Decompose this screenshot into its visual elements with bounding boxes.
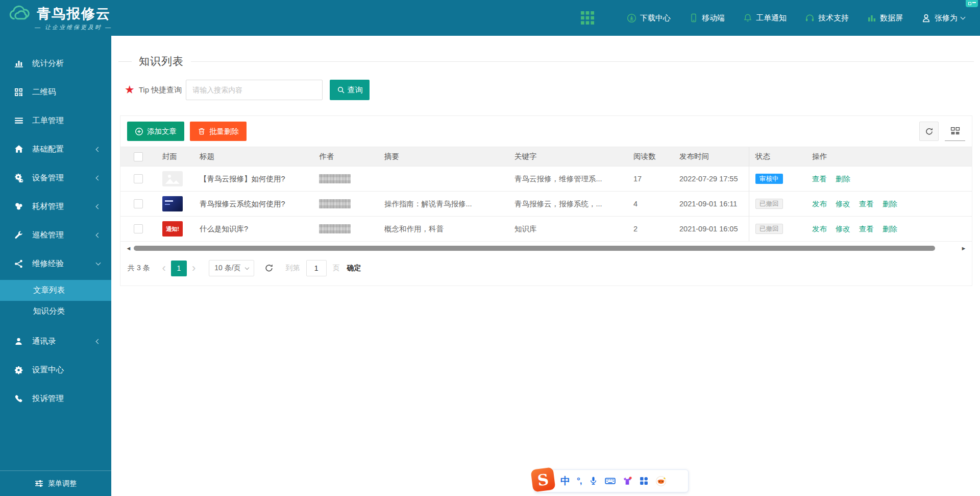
chevron-left-icon	[96, 339, 101, 344]
share-icon	[14, 259, 24, 268]
sidebar-item-label: 耗材管理	[32, 201, 64, 212]
row-checkbox[interactable]	[134, 224, 143, 233]
sidebar-item-contacts[interactable]: 通讯录	[0, 327, 111, 356]
title-divider	[191, 61, 974, 62]
goto-page-input[interactable]	[306, 260, 327, 276]
apps-grid-icon[interactable]	[581, 11, 594, 25]
view-link[interactable]: 查看	[859, 224, 874, 234]
user-menu[interactable]: 张修为	[921, 13, 965, 23]
user-icon	[921, 13, 931, 23]
sidebar-item-work-orders[interactable]: 工单管理	[0, 106, 111, 135]
nav-item-download-center[interactable]: 下载中心	[627, 13, 671, 23]
download-icon	[627, 13, 636, 23]
ime-punctuation-icon[interactable]: °,	[577, 476, 582, 486]
row-checkbox[interactable]	[134, 199, 143, 208]
star-icon: ★	[125, 84, 135, 96]
table-row: 【青鸟云报修】如何使用? 青鸟云报修，维修管理系... 17 2022-07-2…	[120, 167, 972, 192]
sidebar-item-repair-experience[interactable]: 维修经验	[0, 249, 111, 278]
status-badge: 审核中	[755, 174, 783, 184]
sidebar-item-settings-center[interactable]: 设置中心	[0, 356, 111, 384]
edit-link[interactable]: 修改	[836, 199, 850, 209]
scroll-left-arrow[interactable]: ◄	[125, 245, 133, 251]
nav-item-data-screen[interactable]: 数据屏	[867, 13, 903, 23]
emoji-fox-icon[interactable]	[655, 476, 667, 487]
sidebar-item-label: 二维码	[32, 87, 56, 98]
search-icon	[337, 86, 345, 94]
cloud-logo-icon	[8, 5, 32, 23]
ime-language-mode[interactable]: 中	[560, 475, 570, 488]
keyboard-icon[interactable]	[605, 476, 616, 486]
nav-item-mobile[interactable]: 移动端	[689, 13, 725, 23]
sidebar-menu-adjust[interactable]: 菜单调整	[0, 470, 111, 496]
row-keywords: 知识库	[508, 217, 627, 241]
scroll-right-arrow[interactable]: ►	[960, 245, 968, 251]
toolbox-grid-icon[interactable]	[639, 476, 649, 486]
row-checkbox[interactable]	[134, 174, 143, 183]
search-input[interactable]	[186, 80, 323, 100]
table-panel: 添加文章 批量删除	[120, 115, 972, 286]
sidebar-subitem-label: 文章列表	[33, 285, 65, 296]
skin-icon[interactable]	[622, 476, 632, 486]
user-name: 张修为	[935, 13, 958, 23]
sidebar-item-statistics[interactable]: 统计分析	[0, 49, 111, 78]
home-icon	[14, 145, 24, 154]
sidebar-item-basic-config[interactable]: 基础配置	[0, 135, 111, 163]
knowledge-table: 封面 标题 作者 摘要 关键字 阅读数 发布时间 状态 操作	[120, 147, 972, 242]
page-size-select[interactable]: 10 条/页	[209, 260, 254, 276]
page-title: 知识列表	[139, 54, 184, 68]
nav-item-tech-support[interactable]: 技术支持	[805, 13, 849, 23]
delete-link[interactable]: 删除	[836, 174, 850, 184]
row-published: 2022-07-29 17:55	[673, 167, 749, 191]
mobile-icon	[689, 13, 698, 22]
circles-icon	[14, 202, 24, 211]
publish-link[interactable]: 发布	[812, 199, 827, 209]
batch-delete-button[interactable]: 批量删除	[190, 122, 247, 141]
nav-item-order-notify[interactable]: 工单通知	[743, 13, 787, 23]
refresh-page-button[interactable]	[264, 264, 274, 273]
brand-name: 青鸟报修云	[37, 5, 111, 23]
page-title-row: 知识列表	[118, 54, 974, 68]
query-button[interactable]: 查询	[330, 80, 370, 100]
sogou-logo-icon[interactable]: S	[530, 467, 555, 492]
sidebar-item-consumables[interactable]: 耗材管理	[0, 192, 111, 221]
view-link[interactable]: 查看	[859, 199, 874, 209]
row-published: 2021-09-01 16:05	[673, 217, 749, 241]
sidebar: 统计分析 二维码 工单管理	[0, 36, 111, 496]
sidebar-item-label: 投诉管理	[32, 393, 64, 404]
edit-link[interactable]: 修改	[836, 224, 850, 234]
cover-image-notice: 通知!	[162, 221, 183, 237]
microphone-icon[interactable]	[589, 476, 598, 486]
next-page-button[interactable]: ›	[192, 263, 195, 274]
prev-page-button[interactable]: ‹	[162, 263, 166, 274]
sidebar-item-complaints[interactable]: 投诉管理	[0, 384, 111, 413]
sidebar-item-label: 巡检管理	[32, 230, 64, 241]
row-summary: 操作指南：解说青鸟报修...	[378, 192, 508, 216]
cover-image-placeholder	[162, 171, 183, 186]
wrench-icon	[14, 231, 24, 240]
scrollbar-track[interactable]	[133, 246, 960, 251]
goto-confirm-button[interactable]: 确定	[347, 264, 361, 273]
sidebar-item-label: 维修经验	[32, 258, 64, 269]
sidebar-item-inspection[interactable]: 巡检管理	[0, 221, 111, 249]
table-tools	[919, 122, 965, 141]
col-header-actions: 操作	[806, 147, 972, 166]
sidebar-footer-label: 菜单调整	[48, 479, 77, 488]
scrollbar-thumb[interactable]	[134, 246, 935, 251]
delete-link[interactable]: 删除	[883, 224, 897, 234]
sidebar-item-article-list[interactable]: 文章列表	[0, 280, 111, 301]
author-redacted	[319, 174, 351, 183]
current-page-button[interactable]: 1	[171, 261, 187, 276]
bar-chart-icon	[14, 59, 24, 68]
add-article-button[interactable]: 添加文章	[127, 122, 184, 141]
sidebar-item-device-mgmt[interactable]: 设备管理	[0, 163, 111, 192]
view-link[interactable]: 查看	[812, 174, 827, 184]
delete-link[interactable]: 删除	[883, 199, 897, 209]
sidebar-item-knowledge-category[interactable]: 知识分类	[0, 301, 111, 322]
main-content: 知识列表 ★ Tip 快捷查询 查询	[111, 36, 980, 496]
publish-link[interactable]: 发布	[812, 224, 827, 234]
refresh-table-button[interactable]	[919, 122, 939, 141]
select-all-checkbox[interactable]	[134, 152, 143, 161]
columns-toggle-button[interactable]	[945, 122, 965, 141]
sidebar-item-label: 设备管理	[32, 173, 64, 183]
sidebar-item-qrcode[interactable]: 二维码	[0, 78, 111, 106]
